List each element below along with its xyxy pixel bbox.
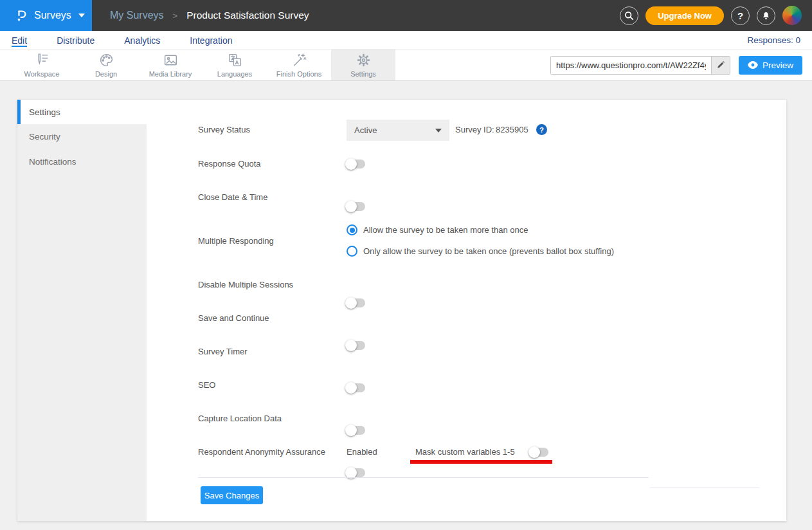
tab-distribute[interactable]: Distribute — [57, 31, 95, 49]
toggle-knob — [345, 297, 357, 309]
multiple-responding-label: Multiple Responding — [198, 235, 274, 248]
toggle-knob — [345, 340, 357, 351]
gear-icon — [356, 52, 372, 68]
tab-analytics[interactable]: Analytics — [124, 31, 160, 49]
palette-icon — [98, 52, 114, 68]
mask-custom-variables-toggle[interactable] — [530, 448, 548, 457]
translate-icon — [227, 52, 243, 68]
upgrade-now-button[interactable]: Upgrade Now — [645, 6, 724, 25]
disable-multiple-sessions-toggle[interactable] — [347, 298, 365, 307]
survey-status-select[interactable]: Active — [347, 120, 449, 141]
multiple-responding-option-1[interactable]: Allow the survey to be taken more than o… — [347, 224, 528, 235]
toolbar-item-media-library[interactable]: Media Library — [138, 50, 203, 80]
seo-label: SEO — [198, 379, 215, 392]
toolbar-item-design[interactable]: Design — [74, 50, 138, 80]
capture-location-data-toggle[interactable] — [347, 468, 365, 477]
survey-id-value: 8235905 — [496, 123, 528, 136]
toggle-knob — [528, 446, 540, 458]
tab-edit[interactable]: Edit — [12, 31, 27, 49]
toggle-knob — [345, 382, 357, 394]
survey-url-box — [550, 56, 730, 75]
survey-status-value: Active — [354, 125, 377, 135]
response-quota-toggle[interactable] — [347, 160, 365, 169]
notifications-button[interactable] — [757, 6, 775, 25]
radio-icon[interactable] — [347, 224, 357, 235]
radio-option-label: Only allow the survey to be taken once (… — [363, 246, 614, 256]
help-button[interactable]: ? — [731, 6, 750, 25]
magic-wand-icon — [291, 52, 307, 68]
workspace-icon — [34, 52, 50, 68]
radio-option-label: Allow the survey to be taken more than o… — [363, 225, 528, 235]
toolbar-item-label: Finish Options — [276, 70, 321, 78]
response-quota-label: Response Quota — [198, 158, 261, 170]
red-annotation-underline — [410, 460, 552, 464]
chevron-down-icon — [435, 129, 442, 132]
toggle-knob — [345, 425, 357, 436]
survey-url-input[interactable] — [551, 57, 711, 74]
settings-card: Settings Security Notifications Survey S… — [17, 100, 786, 521]
edit-toolbar: Workspace Design Media Library Languages… — [0, 49, 812, 81]
survey-id-label: Survey ID: — [455, 123, 494, 136]
toolbar-item-workspace[interactable]: Workspace — [10, 50, 74, 80]
responses-count[interactable]: Responses: 0 — [747, 31, 800, 49]
questionpro-logo-icon — [14, 8, 28, 23]
preview-button[interactable]: Preview — [739, 56, 802, 75]
breadcrumb: My Surveys > Product Satisfaction Survey — [110, 10, 309, 21]
top-header: Surveys My Surveys > Product Satisfactio… — [0, 0, 812, 31]
mask-custom-variables-label: Mask custom variables 1-5 — [415, 446, 515, 459]
save-and-continue-toggle[interactable] — [347, 341, 365, 350]
content-area: Settings Security Notifications Survey S… — [0, 82, 812, 530]
respondent-anonymity-label: Respondent Anonymity Assurance — [198, 446, 325, 459]
survey-title: Product Satisfaction Survey — [186, 10, 309, 21]
close-date-time-label: Close Date & Time — [198, 191, 267, 204]
toolbar-item-label: Settings — [350, 70, 376, 78]
survey-timer-label: Survey Timer — [198, 345, 248, 358]
multiple-responding-option-2[interactable]: Only allow the survey to be taken once (… — [347, 246, 614, 257]
anonymity-status: Enabled — [347, 446, 377, 459]
capture-location-data-label: Capture Location Data — [198, 412, 282, 425]
toolbar-item-label: Workspace — [24, 70, 60, 78]
toolbar-item-languages[interactable]: Languages — [203, 50, 267, 80]
search-button[interactable] — [620, 6, 638, 25]
toolbar-item-label: Languages — [217, 70, 252, 78]
toolbar-item-settings[interactable]: Settings — [331, 50, 395, 80]
settings-sidebar: Settings Security Notifications — [17, 100, 147, 521]
form-divider-right — [650, 488, 759, 488]
close-date-time-toggle[interactable] — [347, 202, 365, 211]
product-switcher[interactable]: Surveys — [0, 0, 92, 31]
toggle-knob — [345, 201, 357, 212]
seo-toggle[interactable] — [347, 426, 365, 435]
survey-status-label: Survey Status — [198, 123, 250, 136]
sidebar-item-security[interactable]: Security — [17, 124, 147, 149]
radio-icon[interactable] — [347, 246, 357, 257]
survey-timer-toggle[interactable] — [347, 383, 365, 392]
form-divider — [198, 477, 649, 478]
tab-integration[interactable]: Integration — [190, 31, 232, 49]
sidebar-item-notifications[interactable]: Notifications — [17, 149, 147, 174]
user-avatar[interactable] — [782, 6, 802, 25]
question-mark-icon: ? — [737, 10, 743, 21]
search-icon — [624, 11, 634, 21]
edit-url-button[interactable] — [711, 57, 730, 74]
image-icon — [163, 52, 179, 68]
pencil-icon — [716, 60, 725, 69]
product-name: Surveys — [34, 10, 71, 21]
eye-icon — [748, 61, 758, 69]
preview-label: Preview — [762, 60, 793, 70]
settings-form: Survey Status Active Survey ID: 8235905 … — [147, 100, 786, 521]
sidebar-item-settings[interactable]: Settings — [17, 100, 147, 124]
bell-icon — [761, 11, 771, 21]
save-changes-button[interactable]: Save Changes — [201, 486, 263, 504]
toolbar-item-finish-options[interactable]: Finish Options — [267, 50, 331, 80]
toolbar-item-label: Design — [95, 70, 117, 78]
chevron-down-icon — [78, 14, 85, 17]
breadcrumb-separator: > — [173, 11, 178, 21]
toggle-knob — [345, 158, 357, 170]
survey-id-help-icon[interactable]: ? — [536, 124, 547, 135]
disable-multiple-sessions-label: Disable Multiple Sessions — [198, 279, 293, 291]
save-and-continue-label: Save and Continue — [198, 312, 269, 325]
toolbar-item-label: Media Library — [149, 70, 192, 78]
module-nav: Edit Distribute Analytics Integration Re… — [0, 31, 812, 49]
breadcrumb-parent-link[interactable]: My Surveys — [110, 10, 164, 21]
